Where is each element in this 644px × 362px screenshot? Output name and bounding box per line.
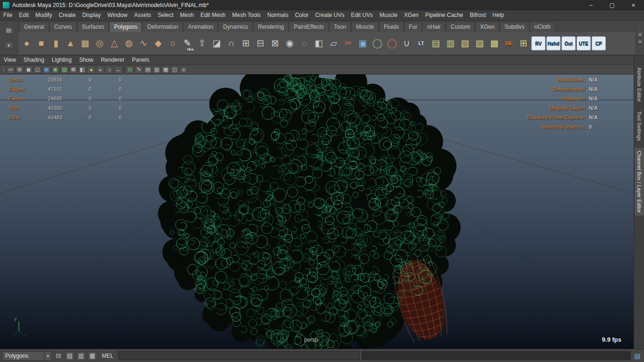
outliner-icon[interactable]: Out bbox=[561, 36, 576, 50]
poly-mirror-icon[interactable]: ◧ bbox=[312, 34, 326, 52]
right-panel-tab[interactable]: Channel Box / Layer Editor bbox=[635, 148, 644, 215]
shelf-tab-list-icon[interactable]: ▤ bbox=[4, 26, 14, 34]
menu-item[interactable]: Pipeline Cache bbox=[422, 10, 467, 20]
panel-menu-item[interactable]: Shading bbox=[20, 56, 48, 65]
toolbar-separator[interactable] bbox=[123, 66, 125, 73]
shelf-tab[interactable]: Deformation bbox=[142, 22, 182, 32]
toolbar-grip[interactable]: ‖ bbox=[2, 66, 6, 74]
poly-separate-icon[interactable]: ⊟ bbox=[253, 34, 268, 52]
shelf-tab[interactable]: Polygons bbox=[109, 22, 142, 32]
menu-item[interactable]: Edit UVs bbox=[347, 10, 376, 20]
minimize-button[interactable]: – bbox=[580, 0, 602, 10]
use-all-lights-icon[interactable]: ● bbox=[87, 66, 95, 74]
poly-reduce-icon[interactable]: ◌ bbox=[297, 34, 312, 52]
poly-plane-icon[interactable]: ▦ bbox=[78, 34, 92, 52]
symmetry-on-icon[interactable]: ◯ bbox=[370, 34, 385, 52]
shelf-tab[interactable]: nHair bbox=[422, 22, 446, 32]
multi-component-icon[interactable]: ◫ bbox=[171, 66, 179, 74]
textured-mode-icon[interactable]: ▨ bbox=[60, 66, 68, 74]
menu-item[interactable]: Edit bbox=[16, 10, 32, 20]
poly-helix-icon[interactable]: ∿ bbox=[136, 34, 151, 52]
uv-cylindrical-icon[interactable]: ▨ bbox=[458, 34, 472, 52]
poly-cone-icon[interactable]: ▲ bbox=[63, 34, 78, 52]
wireframe-on-shaded-icon[interactable]: ▣ bbox=[42, 66, 50, 74]
quad-draw-icon[interactable]: ▱ bbox=[326, 34, 341, 52]
menu-set-dropdown[interactable]: Polygons ▾ bbox=[2, 351, 52, 361]
poly-sphere-icon[interactable]: ● bbox=[19, 34, 34, 52]
poly-soccerball-icon[interactable]: ○ bbox=[165, 34, 180, 52]
hypershade-icon[interactable]: Hshd bbox=[546, 36, 561, 50]
script-editor-icon[interactable]: ▤ bbox=[633, 351, 642, 361]
menu-item[interactable]: Window bbox=[104, 10, 131, 20]
shelf-tab[interactable]: Curves bbox=[50, 22, 77, 32]
menu-item[interactable]: Create UVs bbox=[312, 10, 347, 20]
maximize-button[interactable]: ▢ bbox=[602, 0, 623, 10]
multi-cut-icon[interactable]: ✂ bbox=[341, 34, 355, 52]
menu-item[interactable]: Mesh bbox=[177, 10, 197, 20]
menu-item[interactable]: Bifrost bbox=[467, 10, 489, 20]
xray-mode-icon[interactable]: ◻ bbox=[33, 66, 41, 74]
menu-item[interactable]: Create bbox=[55, 10, 79, 20]
quick-layout-icon[interactable]: ⊟ bbox=[54, 351, 63, 361]
shelf-scroll-down-icon[interactable]: ▾ bbox=[637, 39, 644, 44]
shadows-icon[interactable]: ◑ bbox=[105, 66, 113, 74]
poly-boolean-icon[interactable]: ⊠ bbox=[268, 34, 282, 52]
poly-extrude-icon[interactable]: ⇧ bbox=[195, 34, 209, 52]
menu-item[interactable]: Muscle bbox=[376, 10, 401, 20]
image-plane-icon[interactable]: ▦ bbox=[162, 66, 170, 74]
poly-smooth-icon[interactable]: ◉ bbox=[282, 34, 297, 52]
shelf-tab[interactable]: nCloth bbox=[530, 22, 556, 32]
uv-spherical-icon[interactable]: ▧ bbox=[472, 34, 487, 52]
target-weld-icon[interactable]: ▣ bbox=[355, 34, 370, 52]
menu-item[interactable]: Select bbox=[154, 10, 176, 20]
menu-item[interactable]: Assets bbox=[131, 10, 154, 20]
right-panel-tab[interactable]: Attribute Editor bbox=[636, 65, 643, 104]
menu-item[interactable]: Edit Mesh bbox=[197, 10, 229, 20]
menu-item[interactable]: Mesh Tools bbox=[229, 10, 264, 20]
component-editor-icon[interactable]: CP bbox=[592, 36, 606, 50]
render-view-icon[interactable]: RV bbox=[531, 36, 545, 50]
poly-cube-icon[interactable]: ■ bbox=[34, 34, 49, 52]
command-line-input[interactable] bbox=[118, 351, 360, 360]
grease-pencil-icon[interactable]: ✎ bbox=[135, 66, 143, 74]
menu-item[interactable]: File bbox=[0, 10, 16, 20]
uv-texture-editor-icon[interactable]: UTE bbox=[577, 36, 591, 50]
right-panel-tab[interactable]: Tool Settings bbox=[636, 109, 643, 143]
bookmarks-icon[interactable]: ▥ bbox=[153, 66, 161, 74]
shelf-tab[interactable]: Toon bbox=[329, 22, 351, 32]
poly-pipe-icon[interactable]: ◍ bbox=[122, 34, 136, 52]
snap-magnet-icon[interactable]: ∪ bbox=[399, 34, 414, 52]
poly-combine-icon[interactable]: ⊞ bbox=[239, 34, 253, 52]
menu-item[interactable]: Help bbox=[489, 10, 508, 20]
panel-menu-item[interactable]: Renderer bbox=[97, 56, 128, 65]
shaded-mode-icon[interactable]: ◼ bbox=[25, 66, 33, 74]
uv-automatic-icon[interactable]: ▥ bbox=[443, 34, 458, 52]
menu-item[interactable]: XGen bbox=[401, 10, 422, 20]
poly-bridge-icon[interactable]: ∩ bbox=[224, 34, 239, 52]
panel-menu-item[interactable]: Panels bbox=[128, 56, 153, 65]
default-material-icon[interactable]: ◉ bbox=[51, 66, 59, 74]
panel-menu-icon[interactable]: ≡ bbox=[180, 66, 188, 74]
checker-map-icon[interactable]: ⊠ bbox=[69, 66, 77, 74]
shelf-tab[interactable]: General bbox=[19, 22, 49, 32]
poly-cylinder-icon[interactable]: ▮ bbox=[49, 34, 63, 52]
menu-item[interactable]: Normals bbox=[264, 10, 292, 20]
modeling-history-icon[interactable]: ✎ His bbox=[180, 34, 195, 52]
poly-torus-icon[interactable]: ◎ bbox=[92, 34, 107, 52]
panel-menu-item[interactable]: Show bbox=[75, 56, 97, 65]
menu-item[interactable]: Color bbox=[292, 10, 312, 20]
uv-contour-stretch-icon[interactable]: ▩ bbox=[487, 34, 502, 52]
four-pane-layout-icon[interactable]: ⊞ bbox=[16, 66, 24, 74]
two-sided-lighting-icon[interactable]: ● bbox=[96, 66, 104, 74]
poly-pyramid-icon[interactable]: △ bbox=[107, 34, 122, 52]
menu-item[interactable]: Display bbox=[79, 10, 104, 20]
panel-menu-item[interactable]: Lighting bbox=[48, 56, 75, 65]
shelf-tab[interactable]: Custom bbox=[446, 22, 475, 32]
shelf-tab[interactable]: Animation bbox=[183, 22, 218, 32]
close-button[interactable]: × bbox=[623, 0, 644, 10]
shelf-tab[interactable]: PaintEffects bbox=[289, 22, 329, 32]
shelf-tab[interactable]: Fluids bbox=[379, 22, 404, 32]
shelf-tab[interactable]: Dynamics bbox=[218, 22, 253, 32]
uv-editor-grid-icon[interactable]: ⊞ bbox=[516, 34, 531, 52]
occlusion-icon[interactable]: ◒ bbox=[114, 66, 122, 74]
